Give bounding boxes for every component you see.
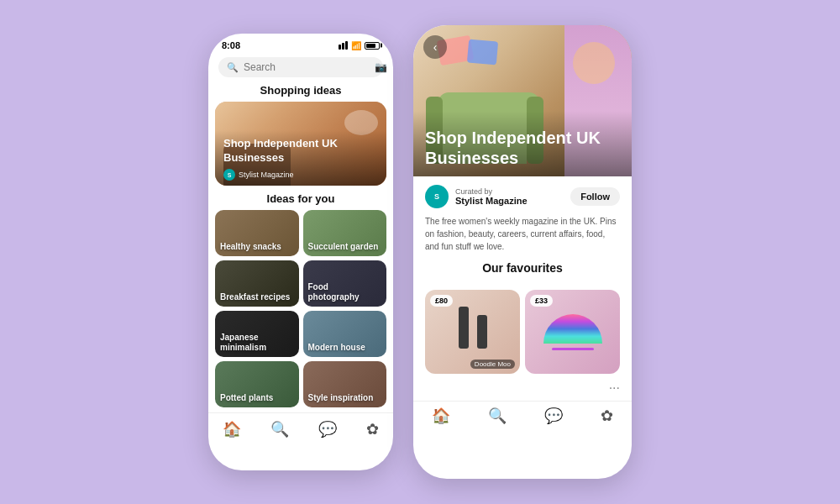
idea-healthy-bg: Healthy snacks	[215, 210, 299, 256]
hero-full-overlay: Shop Independent UK Businesses	[413, 111, 632, 176]
list-item[interactable]: Food photography	[303, 260, 387, 307]
left-phone: 8:08 📶 🔍 📷 Shopping ideas Shop Independe…	[208, 34, 393, 470]
list-item[interactable]: Style inspiration	[303, 361, 387, 407]
curated-by-label: Curated by	[455, 187, 564, 196]
nav-profile-left[interactable]: ✿	[366, 420, 379, 438]
wifi-icon: 📶	[351, 41, 361, 50]
list-item[interactable]: £80 Doodle Moo	[425, 290, 520, 374]
list-item[interactable]: Healthy snacks	[215, 210, 299, 256]
author-name-left: Stylist Magazine	[239, 171, 294, 179]
more-options-button[interactable]: ...	[609, 377, 620, 392]
follow-button[interactable]: Follow	[570, 187, 620, 206]
idea-succulent-bg: Succulent garden	[303, 210, 387, 256]
avatar: S	[425, 185, 449, 208]
idea-label-0: Healthy snacks	[220, 242, 281, 252]
idea-label-1: Succulent garden	[308, 242, 379, 252]
nav-search-left[interactable]: 🔍	[270, 420, 289, 438]
list-item[interactable]: Succulent garden	[303, 210, 387, 256]
signal-bar-3	[345, 41, 348, 50]
idea-label-5: Modern house	[308, 343, 365, 353]
nav-messages-left[interactable]: 💬	[318, 420, 337, 438]
idea-style-bg: Style inspiration	[303, 361, 387, 407]
nav-home-right[interactable]: 🏠	[432, 407, 450, 425]
hero-card-overlay: Shop Independent UK Businesses S Stylist…	[215, 130, 386, 186]
hero-full-title: Shop Independent UK Businesses	[425, 128, 620, 168]
idea-japanese-bg: Japanese minimalism	[215, 311, 299, 357]
list-item[interactable]: Breakfast recipes	[215, 260, 299, 307]
more-options-area: ...	[413, 374, 632, 396]
product-label-1: Doodle Moo	[470, 360, 515, 369]
idea-label-6: Potted plants	[220, 393, 273, 403]
camera-icon[interactable]: 📷	[375, 61, 387, 73]
time-left: 8:08	[222, 40, 240, 50]
rainbow-base	[552, 348, 594, 350]
hero-card-title: Shop Independent UK Businesses	[223, 137, 378, 165]
battery-icon	[365, 42, 380, 50]
hero-card-author: S Stylist Magazine	[223, 169, 378, 181]
back-button[interactable]: ‹	[423, 35, 447, 59]
list-item[interactable]: Japanese minimalism	[215, 311, 299, 357]
signal-bar-1	[339, 45, 341, 50]
search-icon: 🔍	[227, 62, 239, 73]
rainbow-arch	[543, 314, 602, 344]
status-bar-left: 8:08 📶	[208, 34, 393, 54]
search-bar[interactable]: 🔍 📷	[218, 57, 383, 77]
favourites-heading: Our favourites	[425, 261, 620, 275]
pillow-2	[467, 39, 498, 66]
ideas-grid: Healthy snacks Succulent garden Breakfas…	[215, 210, 386, 407]
author-name-right: Stylist Magazine	[455, 196, 564, 206]
status-icons-left: 📶	[339, 41, 380, 50]
idea-label-7: Style inspiration	[308, 393, 374, 403]
list-item[interactable]: Modern house	[303, 311, 387, 357]
idea-breakfast-bg: Breakfast recipes	[215, 260, 299, 307]
nav-home-left[interactable]: 🏠	[223, 420, 241, 438]
nav-profile-right[interactable]: ✿	[601, 407, 613, 425]
description-text: The free women's weekly magazine in the …	[425, 215, 620, 253]
bottle-tall	[459, 307, 469, 349]
bottle-short	[477, 315, 487, 349]
idea-label-4: Japanese minimalism	[220, 333, 294, 353]
products-grid: £80 Doodle Moo £33	[425, 290, 620, 374]
hero-card[interactable]: Shop Independent UK Businesses S Stylist…	[215, 102, 386, 186]
shopping-heading: Shopping ideas	[208, 84, 393, 97]
list-item[interactable]: Potted plants	[215, 361, 299, 407]
bottom-nav-left: 🏠 🔍 💬 ✿	[208, 412, 393, 442]
idea-modern-bg: Modern house	[303, 311, 387, 357]
author-dot: S	[223, 169, 235, 181]
idea-label-3: Food photography	[308, 282, 382, 302]
search-input[interactable]	[244, 61, 370, 73]
price-badge-1: £80	[430, 295, 453, 307]
right-phone: ‹ Shop Independent UK Businesses S Curat…	[413, 25, 632, 479]
idea-label-2: Breakfast recipes	[220, 292, 290, 302]
nav-messages-right[interactable]: 💬	[544, 407, 563, 425]
price-badge-2: £33	[530, 295, 553, 307]
idea-food-photo-bg: Food photography	[303, 260, 387, 307]
signal-bar-2	[342, 43, 344, 50]
bottom-nav-right: 🏠 🔍 💬 ✿	[413, 401, 632, 428]
author-info: Curated by Stylist Magazine	[455, 187, 564, 206]
idea-potted-bg: Potted plants	[215, 361, 299, 407]
ideas-heading: Ideas for you	[208, 192, 393, 205]
detail-section: S Curated by Stylist Magazine Follow The…	[413, 176, 632, 290]
author-row: S Curated by Stylist Magazine Follow	[425, 185, 620, 208]
bottles-group	[456, 307, 490, 357]
list-item[interactable]: £33	[525, 290, 620, 374]
nav-search-right[interactable]: 🔍	[488, 407, 507, 425]
